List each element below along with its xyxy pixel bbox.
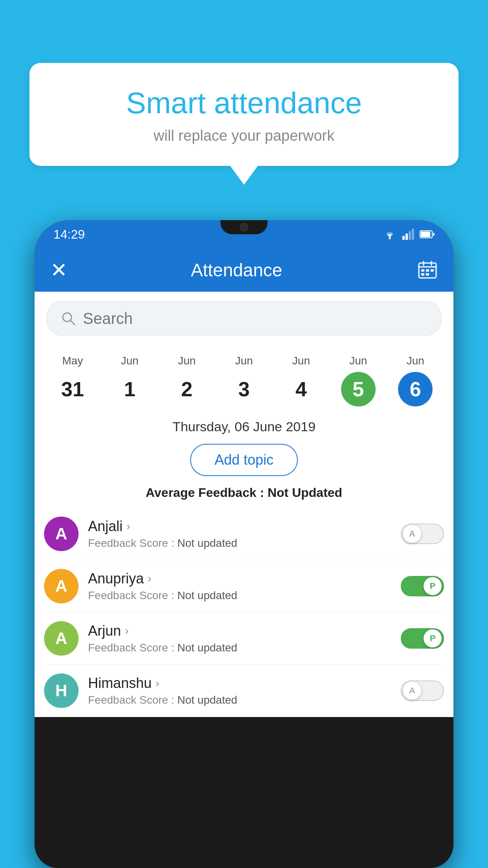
svg-rect-14 bbox=[426, 273, 429, 276]
student-name: Himanshu › bbox=[88, 675, 391, 691]
svg-rect-2 bbox=[405, 234, 408, 240]
cal-month-label: May bbox=[62, 355, 83, 367]
toggle-knob: A bbox=[403, 525, 421, 543]
calendar-day[interactable]: Jun3 bbox=[227, 355, 261, 406]
chevron-icon: › bbox=[125, 625, 128, 637]
svg-rect-6 bbox=[421, 232, 430, 237]
phone-notch bbox=[220, 220, 268, 234]
speech-bubble-container: Smart attendance will replace your paper… bbox=[29, 63, 459, 166]
speech-bubble-subtitle: will replace your paperwork bbox=[53, 127, 435, 144]
cal-month-label: Jun bbox=[178, 355, 196, 367]
avg-feedback-value: Not Updated bbox=[268, 485, 342, 500]
attendance-toggle[interactable]: A bbox=[401, 680, 444, 701]
add-topic-button[interactable]: Add topic bbox=[190, 444, 298, 476]
cal-date-number[interactable]: 1 bbox=[112, 372, 147, 406]
student-name: Anjali › bbox=[88, 518, 391, 535]
toggle-knob: P bbox=[424, 629, 442, 647]
toggle-knob: P bbox=[424, 577, 442, 595]
battery-icon bbox=[420, 230, 435, 239]
calendar-row: May31Jun1Jun2Jun3Jun4Jun5Jun6 bbox=[35, 345, 453, 413]
cal-date-number[interactable]: 4 bbox=[284, 372, 318, 406]
speech-bubble-title: Smart attendance bbox=[53, 86, 435, 120]
avatar: A bbox=[44, 569, 79, 603]
wifi-icon bbox=[383, 229, 397, 240]
student-info: Anupriya ›Feedback Score : Not updated bbox=[88, 570, 391, 602]
search-bar[interactable] bbox=[46, 301, 442, 336]
student-feedback: Feedback Score : Not updated bbox=[88, 537, 391, 550]
avatar: A bbox=[44, 517, 79, 551]
avatar: A bbox=[44, 621, 79, 656]
student-info: Arjun ›Feedback Score : Not updated bbox=[88, 623, 391, 654]
chevron-icon: › bbox=[127, 520, 130, 533]
svg-line-16 bbox=[70, 320, 75, 325]
avg-feedback-label: Average Feedback : bbox=[146, 485, 268, 500]
calendar-day[interactable]: Jun2 bbox=[170, 355, 204, 406]
avatar: H bbox=[44, 673, 79, 708]
cal-date-number[interactable]: 6 bbox=[398, 372, 433, 406]
svg-point-0 bbox=[389, 237, 391, 239]
student-name: Arjun › bbox=[88, 623, 391, 639]
attendance-toggle[interactable]: P bbox=[401, 628, 444, 649]
svg-rect-1 bbox=[402, 236, 405, 240]
calendar-day[interactable]: May31 bbox=[55, 355, 90, 406]
cal-date-number[interactable]: 31 bbox=[55, 372, 90, 406]
app-bar: ✕ Attendance bbox=[35, 248, 453, 292]
calendar-day[interactable]: Jun4 bbox=[284, 355, 318, 406]
calendar-day[interactable]: Jun6 bbox=[398, 355, 433, 406]
attendance-toggle[interactable]: A bbox=[401, 524, 444, 544]
calendar-button[interactable] bbox=[417, 260, 438, 280]
calendar-day[interactable]: Jun5 bbox=[341, 355, 376, 406]
chevron-icon: › bbox=[148, 572, 151, 585]
attendance-toggle[interactable]: P bbox=[401, 576, 444, 596]
svg-rect-10 bbox=[421, 269, 424, 272]
cal-month-label: Jun bbox=[121, 355, 139, 367]
status-icons bbox=[383, 229, 435, 240]
app-bar-title: Attendance bbox=[79, 259, 394, 281]
status-time: 14:29 bbox=[53, 227, 85, 242]
search-input[interactable] bbox=[83, 310, 427, 327]
svg-rect-3 bbox=[409, 231, 411, 240]
student-list: AAnjali ›Feedback Score : Not updatedAAA… bbox=[35, 508, 453, 717]
camera bbox=[240, 223, 248, 232]
student-feedback: Feedback Score : Not updated bbox=[88, 694, 391, 706]
cal-month-label: Jun bbox=[407, 355, 424, 367]
avg-feedback: Average Feedback : Not Updated bbox=[35, 481, 453, 508]
student-item[interactable]: AArjun ›Feedback Score : Not updatedP bbox=[44, 612, 444, 665]
svg-rect-11 bbox=[426, 269, 429, 272]
cal-date-number[interactable]: 3 bbox=[227, 372, 261, 406]
speech-bubble: Smart attendance will replace your paper… bbox=[29, 63, 459, 166]
selected-date-label: Thursday, 06 June 2019 bbox=[35, 413, 453, 439]
signal-icon bbox=[402, 229, 414, 240]
student-feedback: Feedback Score : Not updated bbox=[88, 642, 391, 654]
cal-month-label: Jun bbox=[235, 355, 253, 367]
svg-rect-4 bbox=[412, 229, 414, 240]
cal-month-label: Jun bbox=[349, 355, 367, 367]
cal-date-number[interactable]: 5 bbox=[341, 372, 376, 406]
content-area: May31Jun1Jun2Jun3Jun4Jun5Jun6 Thursday, … bbox=[35, 292, 453, 717]
student-info: Anjali ›Feedback Score : Not updated bbox=[88, 518, 391, 550]
student-item[interactable]: HHimanshu ›Feedback Score : Not updatedA bbox=[44, 665, 444, 717]
close-button[interactable]: ✕ bbox=[50, 258, 68, 282]
student-item[interactable]: AAnupriya ›Feedback Score : Not updatedP bbox=[44, 560, 444, 612]
svg-rect-12 bbox=[431, 269, 434, 272]
student-feedback: Feedback Score : Not updated bbox=[88, 589, 391, 602]
student-item[interactable]: AAnjali ›Feedback Score : Not updatedA bbox=[44, 508, 444, 560]
cal-month-label: Jun bbox=[292, 355, 310, 367]
chevron-icon: › bbox=[156, 677, 159, 690]
calendar-day[interactable]: Jun1 bbox=[112, 355, 147, 406]
student-name: Anupriya › bbox=[88, 570, 391, 587]
cal-date-number[interactable]: 2 bbox=[170, 372, 204, 406]
search-icon bbox=[61, 311, 76, 326]
svg-rect-13 bbox=[421, 273, 424, 276]
toggle-knob: A bbox=[403, 682, 421, 700]
phone-frame: 14:29 ✕ At bbox=[35, 220, 453, 868]
student-info: Himanshu ›Feedback Score : Not updated bbox=[88, 675, 391, 706]
